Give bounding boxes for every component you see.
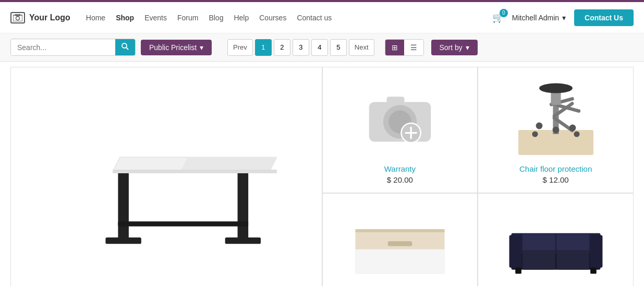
view-toggle: ⊞ ☰ bbox=[385, 39, 424, 56]
warranty-product-price: $ 20.00 bbox=[387, 175, 413, 184]
sofa-image bbox=[504, 209, 608, 282]
contact-us-button[interactable]: Contact Us bbox=[574, 9, 634, 26]
svg-rect-9 bbox=[238, 170, 249, 241]
nav-home[interactable]: Home bbox=[86, 14, 105, 22]
main-nav: Home Shop Events Forum Blog Help Courses… bbox=[86, 14, 492, 22]
svg-point-29 bbox=[574, 131, 579, 137]
sortby-chevron-icon: ▾ bbox=[466, 43, 469, 52]
search-button[interactable] bbox=[115, 39, 135, 55]
page-2-button[interactable]: 2 bbox=[274, 39, 290, 56]
products-area: Warranty $ 20.00 bbox=[0, 62, 644, 286]
svg-rect-46 bbox=[556, 234, 589, 250]
nav-courses[interactable]: Courses bbox=[259, 14, 286, 22]
cart-badge: 0 bbox=[500, 9, 508, 17]
svg-marker-6 bbox=[180, 157, 277, 171]
svg-rect-34 bbox=[355, 229, 444, 232]
desk-image bbox=[19, 114, 313, 250]
nav-blog[interactable]: Blog bbox=[209, 14, 223, 22]
nav-contact[interactable]: Contact us bbox=[297, 14, 332, 22]
cart-button[interactable]: 🛒 0 bbox=[492, 12, 504, 23]
pricelist-button[interactable]: Public Pricelist ▾ bbox=[141, 40, 212, 55]
desktop-image bbox=[348, 209, 452, 282]
nav-help[interactable]: Help bbox=[234, 14, 249, 22]
page-5-button[interactable]: 5 bbox=[330, 39, 347, 56]
header: Your Logo Home Shop Events Forum Blog He… bbox=[0, 2, 644, 33]
page-4-button[interactable]: 4 bbox=[311, 39, 328, 56]
product-card-warranty[interactable]: Warranty $ 20.00 bbox=[322, 67, 478, 193]
page-3-button[interactable]: 3 bbox=[293, 39, 309, 56]
warranty-image-area bbox=[331, 76, 469, 159]
svg-point-26 bbox=[536, 123, 542, 129]
product-card-sofa[interactable] bbox=[478, 193, 634, 286]
desktop-image-area bbox=[331, 202, 469, 286]
logo-link[interactable]: Your Logo bbox=[10, 12, 70, 23]
product-card-chair-floor[interactable]: Chair floor protection $ 12.00 bbox=[478, 67, 634, 193]
nav-events[interactable]: Events bbox=[144, 14, 167, 22]
next-page-button[interactable]: Next bbox=[349, 39, 374, 56]
svg-point-30 bbox=[552, 127, 559, 134]
chair-floor-product-price: $ 12.00 bbox=[543, 175, 569, 184]
pagination: Prev 1 2 3 4 5 Next bbox=[227, 39, 374, 56]
svg-rect-7 bbox=[118, 170, 129, 241]
svg-rect-44 bbox=[590, 268, 597, 274]
svg-rect-8 bbox=[105, 237, 141, 244]
svg-rect-42 bbox=[556, 247, 589, 270]
svg-rect-39 bbox=[509, 235, 521, 268]
nav-forum[interactable]: Forum bbox=[177, 14, 198, 22]
products-grid: Warranty $ 20.00 bbox=[10, 67, 634, 286]
chair-floor-image-area bbox=[487, 76, 625, 159]
svg-rect-35 bbox=[388, 241, 412, 246]
desk-image-area bbox=[19, 76, 313, 286]
list-icon: ☰ bbox=[410, 43, 417, 52]
svg-line-4 bbox=[126, 47, 128, 50]
warranty-product-name: Warranty bbox=[384, 164, 416, 173]
svg-rect-41 bbox=[523, 247, 555, 270]
logo-icon bbox=[10, 12, 25, 23]
svg-rect-43 bbox=[515, 268, 521, 274]
svg-rect-10 bbox=[225, 237, 261, 244]
pricelist-label: Public Pricelist bbox=[149, 43, 197, 52]
svg-rect-40 bbox=[590, 235, 602, 268]
svg-point-28 bbox=[532, 131, 538, 137]
sortby-label: Sort by bbox=[440, 43, 463, 52]
svg-rect-11 bbox=[118, 221, 248, 227]
chevron-down-icon: ▾ bbox=[562, 14, 566, 22]
grid-view-button[interactable]: ⊞ bbox=[385, 40, 404, 55]
logo-text: Your Logo bbox=[29, 13, 70, 22]
svg-rect-45 bbox=[523, 234, 555, 250]
chair-floor-product-name: Chair floor protection bbox=[519, 164, 592, 173]
admin-label: Mitchell Admin bbox=[512, 14, 559, 22]
svg-point-3 bbox=[122, 43, 127, 48]
product-card-desk[interactable] bbox=[10, 67, 322, 286]
prev-page-button[interactable]: Prev bbox=[227, 39, 253, 56]
svg-point-32 bbox=[539, 83, 573, 93]
toolbar: Public Pricelist ▾ Prev 1 2 3 4 5 Next ⊞… bbox=[0, 33, 644, 62]
svg-point-27 bbox=[569, 125, 576, 132]
product-card-desktop[interactable] bbox=[322, 193, 478, 286]
sofa-image-area bbox=[487, 202, 625, 286]
list-view-button[interactable]: ☰ bbox=[404, 40, 423, 55]
sortby-button[interactable]: Sort by ▾ bbox=[431, 40, 478, 55]
nav-shop[interactable]: Shop bbox=[116, 14, 134, 22]
pricelist-chevron-icon: ▾ bbox=[200, 43, 203, 52]
chair-floor-image bbox=[509, 76, 603, 159]
page-1-button[interactable]: 1 bbox=[255, 39, 272, 56]
header-right: 🛒 0 Mitchell Admin ▾ Contact Us bbox=[492, 9, 634, 26]
search-input[interactable] bbox=[11, 40, 115, 55]
grid-2-icon: ⊞ bbox=[392, 43, 398, 52]
search-wrapper bbox=[10, 39, 136, 56]
search-icon bbox=[121, 43, 129, 50]
camera-placeholder-icon bbox=[363, 89, 436, 146]
svg-rect-36 bbox=[355, 249, 444, 274]
admin-menu-button[interactable]: Mitchell Admin ▾ bbox=[512, 14, 566, 22]
svg-rect-12 bbox=[113, 170, 277, 173]
svg-rect-19 bbox=[386, 97, 404, 104]
svg-point-1 bbox=[16, 16, 20, 20]
